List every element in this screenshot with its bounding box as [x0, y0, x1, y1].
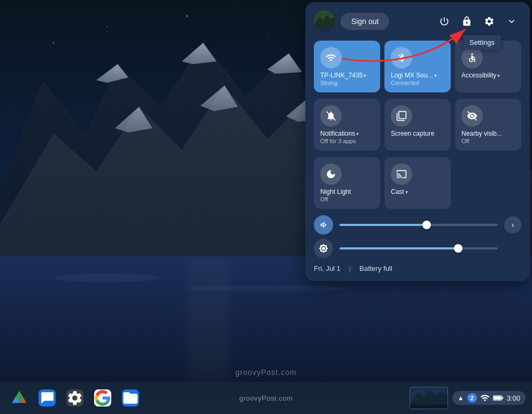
night-light-icon	[320, 163, 342, 185]
notification-badge: 2	[467, 393, 477, 403]
wifi-tile[interactable]: TP-LINK_7435 ▾ Strong	[314, 41, 380, 92]
night-light-sublabel: Off	[320, 196, 328, 202]
settings-button[interactable]	[480, 12, 499, 31]
taskbar-thumbnail[interactable]	[410, 387, 448, 409]
taskbar-app-chat[interactable]	[34, 385, 60, 411]
taskbar-apps	[6, 385, 143, 411]
wifi-label: TP-LINK_7435	[320, 72, 363, 79]
brightness-slider-track	[340, 247, 498, 249]
volume-slider-row: ›	[314, 215, 521, 235]
brightness-slider-thumb[interactable]	[454, 244, 462, 253]
taskbar-app-google[interactable]	[90, 385, 115, 411]
notifications-label: Notifications	[320, 130, 355, 137]
nearby-label: Nearby visib...	[461, 130, 502, 137]
taskbar-right: ▲ 2 3:00	[410, 387, 526, 409]
settings-icon-container: Settings	[480, 12, 499, 31]
bluetooth-label-row: Logi MX Sou... ▾	[391, 72, 437, 79]
wifi-icon	[320, 47, 342, 68]
svg-rect-19	[187, 256, 230, 382]
wifi-sublabel: Strong	[320, 80, 337, 86]
night-light-label: Night Light	[320, 188, 351, 196]
user-avatar[interactable]	[314, 11, 335, 32]
taskbar-app-drive[interactable]	[6, 385, 32, 411]
bluetooth-label: Logi MX Sou...	[391, 72, 433, 79]
brightness-slider-track-container[interactable]	[340, 247, 498, 249]
night-light-tile[interactable]: Night Light Off	[314, 157, 380, 209]
svg-point-16	[53, 274, 160, 282]
brightness-slider-fill	[340, 247, 458, 249]
lock-button[interactable]	[457, 12, 476, 31]
svg-rect-22	[314, 26, 335, 32]
cast-chevron: ▾	[405, 189, 408, 195]
wifi-label-row: TP-LINK_7435 ▾	[320, 72, 366, 79]
cast-label-row: Cast ▾	[391, 188, 408, 196]
bluetooth-chevron: ▾	[434, 73, 437, 79]
bluetooth-tile[interactable]: Logi MX Sou... ▾ Connected	[384, 41, 451, 92]
nearby-off-icon	[461, 105, 483, 127]
brightness-icon	[314, 239, 333, 258]
volume-slider-fill	[340, 224, 427, 226]
taskbar-watermark: groovyPost.com	[239, 394, 292, 402]
svg-point-1	[53, 42, 54, 43]
notifications-chevron: ▾	[356, 131, 359, 137]
volume-slider-track-container[interactable]	[340, 224, 498, 226]
screen-capture-tile[interactable]: Screen capture	[384, 99, 451, 151]
thumbnail-preview	[410, 387, 448, 409]
cast-tile[interactable]: Cast ▾	[384, 157, 451, 209]
notifications-tile[interactable]: Notifications ▾ Off for 3 apps	[314, 99, 380, 151]
taskbar-app-files[interactable]	[118, 385, 143, 411]
power-button[interactable]	[435, 12, 454, 31]
screen-capture-icon	[391, 105, 412, 127]
quick-settings-icons: Settings	[435, 12, 521, 31]
svg-point-23	[471, 53, 473, 55]
volume-icon	[314, 215, 333, 235]
quick-settings-top-row: Sign out	[314, 11, 521, 32]
taskbar: groovyPost.com ▲ 2	[0, 382, 532, 414]
volume-slider-track	[340, 224, 498, 226]
separator: |	[349, 264, 351, 272]
expand-button[interactable]	[502, 12, 521, 31]
notifications-label-row: Notifications ▾	[320, 130, 359, 137]
screen-capture-label: Screen capture	[391, 130, 434, 137]
system-wifi-icon	[480, 393, 490, 403]
system-battery-icon	[493, 394, 504, 402]
svg-rect-39	[494, 396, 501, 400]
notification-arrow-icon: ▲	[458, 394, 464, 402]
volume-expand-button[interactable]: ›	[504, 216, 521, 233]
taskbar-app-settings[interactable]	[62, 385, 88, 411]
cast-icon	[391, 163, 412, 185]
sign-out-button[interactable]: Sign out	[341, 13, 389, 30]
bluetooth-sublabel: Connected	[391, 80, 419, 86]
accessibility-label: Accessibility	[461, 72, 496, 79]
nearby-tile[interactable]: Nearby visib... Off	[455, 99, 521, 151]
bluetooth-icon	[391, 47, 412, 68]
nearby-sublabel: Off	[461, 138, 469, 144]
volume-slider-thumb[interactable]	[422, 221, 431, 229]
notifications-off-icon	[320, 105, 342, 127]
cast-label: Cast	[391, 188, 404, 196]
svg-point-4	[267, 32, 268, 33]
taskbar-system-tray[interactable]: ▲ 2 3:00	[452, 391, 526, 405]
settings-tooltip: Settings	[463, 35, 501, 50]
tiles-row-2: Notifications ▾ Off for 3 apps Screen ca…	[314, 99, 521, 151]
avatar-image	[314, 11, 335, 32]
date-display: Fri, Jul 1	[314, 264, 341, 272]
battery-status: Battery full	[359, 264, 392, 272]
wifi-chevron: ▾	[364, 73, 366, 79]
tiles-row-3: Night Light Off Cast ▾	[314, 157, 521, 209]
accessibility-icon	[461, 47, 483, 68]
notifications-sublabel: Off for 3 apps	[320, 138, 356, 144]
svg-point-2	[106, 26, 107, 27]
quick-settings-bottom: Fri, Jul 1 | Battery full	[314, 262, 521, 272]
quick-settings-panel: Sign out	[305, 2, 530, 281]
svg-rect-37	[410, 404, 448, 409]
svg-point-3	[187, 15, 188, 17]
brightness-slider-row	[314, 239, 521, 258]
accessibility-label-row: Accessibility ▾	[461, 72, 500, 79]
system-time: 3:00	[507, 394, 520, 402]
accessibility-chevron: ▾	[497, 73, 500, 79]
svg-rect-40	[502, 397, 503, 399]
